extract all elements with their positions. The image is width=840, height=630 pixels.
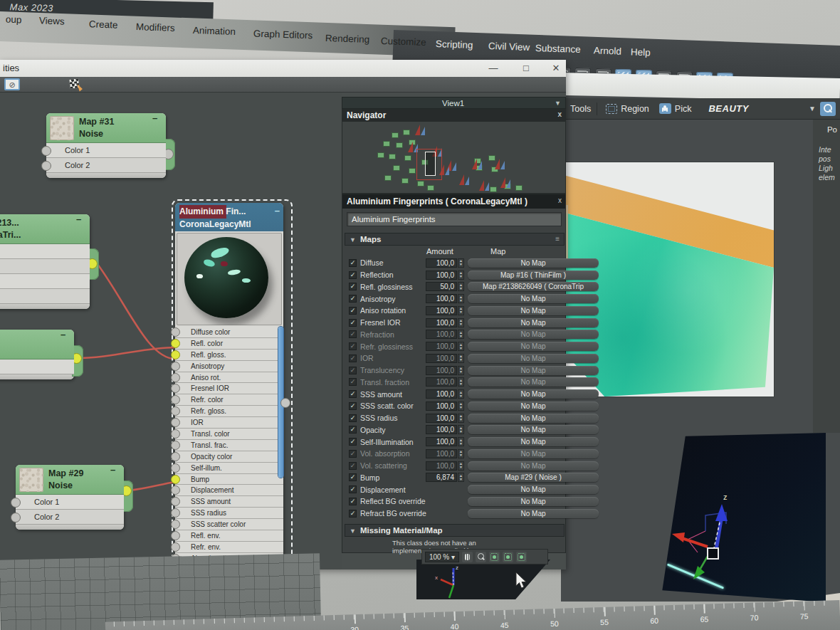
spinner[interactable]: ▲▼ xyxy=(458,294,464,303)
node-input-slot[interactable] xyxy=(0,274,90,289)
checkbox[interactable]: ✓ xyxy=(349,342,357,350)
input-socket[interactable] xyxy=(171,508,180,518)
material-output-socket[interactable] xyxy=(280,398,290,408)
material-input-slot[interactable]: Refl. color xyxy=(175,338,283,350)
map-slot-button[interactable]: No Map xyxy=(468,294,599,303)
slate-titlebar[interactable]: ities — □ ✕ xyxy=(0,60,566,77)
map-slot-button[interactable]: No Map xyxy=(468,306,599,315)
amount-field[interactable]: 100,0 xyxy=(426,271,457,280)
amount-field[interactable]: 100,0 xyxy=(426,294,457,303)
spinner[interactable]: ▲▼ xyxy=(458,354,464,363)
spinner[interactable]: ▲▼ xyxy=(458,258,464,268)
checkbox[interactable]: ✓ xyxy=(349,402,357,410)
input-socket[interactable] xyxy=(171,531,180,540)
map-slot-button[interactable]: No Map xyxy=(468,437,599,446)
node-resize-grip[interactable] xyxy=(46,173,166,178)
material-input-slot[interactable]: Diffuse color xyxy=(175,327,283,338)
tools-menu[interactable]: Tools xyxy=(570,104,591,114)
amount-field[interactable]: 100,0 xyxy=(426,437,457,446)
material-name-field[interactable]: Aluminium Fingerprints xyxy=(347,212,562,226)
node-map16[interactable]: p #16 nFilm – sMap xyxy=(0,330,74,379)
material-input-slot[interactable]: SSS scatter color xyxy=(175,519,283,530)
checkbox[interactable]: ✓ xyxy=(349,498,357,505)
zoom-region-icon[interactable] xyxy=(489,552,500,562)
input-socket-connected[interactable] xyxy=(171,339,180,348)
amount-field[interactable]: 100,0 xyxy=(426,389,457,399)
node-map29[interactable]: Map #29 Noise – Color 1Color 2 xyxy=(16,465,124,530)
zoom-magnifier-icon[interactable] xyxy=(820,102,836,116)
amount-field[interactable]: 100,0 xyxy=(426,258,457,268)
material-input-slot[interactable]: Refl. gloss. xyxy=(175,350,283,361)
material-input-slot[interactable]: SSS amount xyxy=(175,496,283,508)
input-socket[interactable] xyxy=(171,418,180,427)
input-socket[interactable] xyxy=(171,406,180,416)
map-slot-button[interactable]: No Map xyxy=(468,425,599,434)
amount-field[interactable]: 100,0 xyxy=(426,342,457,351)
spinner[interactable]: ▲▼ xyxy=(458,282,464,291)
node-resize-grip[interactable] xyxy=(0,304,90,309)
close-button[interactable]: ✕ xyxy=(544,61,568,75)
map-slot-button[interactable]: No Map xyxy=(468,509,599,518)
menu-item-substance[interactable]: Substance xyxy=(535,43,581,55)
checkbox[interactable]: ✓ xyxy=(349,390,357,398)
zoom-tool-icon[interactable] xyxy=(476,552,486,562)
collapse-icon[interactable]: – xyxy=(275,205,280,216)
tab-view1[interactable]: View1 ▼ xyxy=(342,97,566,109)
map-slot-button[interactable]: No Map xyxy=(468,485,599,494)
amount-field[interactable]: 100,0 xyxy=(426,366,457,375)
map-slot-button[interactable]: Map #2138626049 ( CoronaTrip xyxy=(468,282,599,291)
collapse-icon[interactable]: – xyxy=(76,217,85,223)
amount-field[interactable]: 100,0 xyxy=(426,449,457,458)
spinner[interactable]: ▲▼ xyxy=(458,306,464,315)
zoom-extents-icon[interactable] xyxy=(503,552,513,562)
input-socket-connected[interactable] xyxy=(171,475,180,484)
spinner[interactable]: ▲▼ xyxy=(458,461,464,471)
close-icon[interactable]: x xyxy=(557,110,562,118)
checkbox[interactable]: ✓ xyxy=(349,307,357,315)
material-input-slot[interactable]: Displacement xyxy=(175,485,283,496)
input-socket[interactable] xyxy=(171,373,180,382)
missing-material-rollout-header[interactable]: ▼Missing Material/Map xyxy=(345,524,565,537)
material-picker-icon[interactable]: ⊘ xyxy=(4,78,20,90)
node-resize-grip[interactable] xyxy=(0,374,74,379)
collapse-icon[interactable]: – xyxy=(110,468,120,473)
collapse-icon[interactable]: – xyxy=(61,332,70,338)
checkbox[interactable]: ✓ xyxy=(349,330,357,338)
spinner[interactable]: ▲▼ xyxy=(458,414,464,423)
checkbox[interactable]: ✓ xyxy=(349,367,357,374)
node-material-aluminium[interactable]: Aluminium Fin... CoronaLegacyMtl – Diffu… xyxy=(175,203,283,569)
map-slot-button[interactable]: No Map xyxy=(468,377,599,387)
region-button[interactable]: Region xyxy=(603,103,652,115)
chevron-down-icon[interactable]: ▼ xyxy=(809,105,816,112)
node-input-slot[interactable]: Color 2 xyxy=(46,158,166,173)
amount-field[interactable]: 100,0 xyxy=(426,425,457,434)
spinner[interactable]: ▲▼ xyxy=(458,330,464,339)
spinner[interactable]: ▲▼ xyxy=(458,389,464,399)
menu-item-customize[interactable]: Customize xyxy=(381,36,426,48)
amount-field[interactable]: 100,0 xyxy=(426,318,457,327)
input-socket[interactable] xyxy=(171,497,180,506)
map-slot-button[interactable]: No Map xyxy=(468,389,599,399)
map-slot-button[interactable]: No Map xyxy=(468,342,599,351)
map-slot-button[interactable]: No Map xyxy=(468,318,599,327)
spinner[interactable]: ▲▼ xyxy=(458,401,464,411)
input-socket[interactable] xyxy=(171,429,180,439)
menu-item-oup[interactable]: oup xyxy=(6,14,22,26)
spinner[interactable]: ▲▼ xyxy=(458,377,464,387)
material-input-slot[interactable]: IOR xyxy=(175,417,283,429)
node-input-slot[interactable] xyxy=(0,259,90,274)
input-socket[interactable] xyxy=(171,362,180,371)
material-preview[interactable] xyxy=(177,233,282,325)
pick-button[interactable]: Pick xyxy=(656,102,695,115)
map-slot-button[interactable]: No Map xyxy=(468,354,599,363)
checkbox[interactable]: ✓ xyxy=(349,510,357,518)
node-map213[interactable]: Map #213... CoronaTri... – end xyxy=(0,214,90,309)
menu-item-views[interactable]: Views xyxy=(39,15,65,26)
parameters-panel-title[interactable]: Aluminium Fingerprints ( CoronaLegacyMtl… xyxy=(342,194,565,209)
map-slot-button[interactable]: No Map xyxy=(468,449,599,458)
checkbox[interactable]: ✓ xyxy=(349,295,357,303)
input-socket[interactable] xyxy=(11,498,21,508)
spinner[interactable]: ▲▼ xyxy=(458,473,464,482)
checkbox[interactable]: ✓ xyxy=(349,283,357,290)
perspective-viewport[interactable]: z xyxy=(661,433,826,602)
